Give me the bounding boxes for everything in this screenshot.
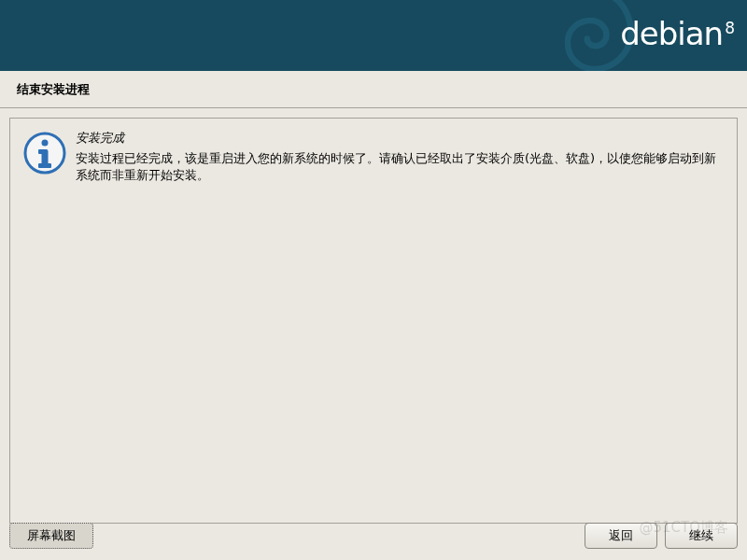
info-icon	[23, 132, 66, 175]
button-bar: 屏幕截图 返回 继续	[9, 523, 738, 549]
continue-button[interactable]: 继续	[665, 523, 738, 549]
message-text: 安装完成 安装过程已经完成，该是重启进入您的新系统的时候了。请确认已经取出了安装…	[76, 130, 724, 184]
screenshot-button[interactable]: 屏幕截图	[9, 523, 93, 549]
svg-point-1	[42, 140, 49, 147]
content-panel: 安装完成 安装过程已经完成，该是重启进入您的新系统的时候了。请确认已经取出了安装…	[9, 118, 738, 524]
message-body: 安装过程已经完成，该是重启进入您的新系统的时候了。请确认已经取出了安装介质(光盘…	[76, 150, 724, 184]
brand-name: debian	[620, 15, 723, 52]
banner: debian8	[0, 0, 747, 71]
message-title: 安装完成	[76, 130, 724, 147]
brand-logo: debian8	[620, 15, 734, 52]
svg-rect-4	[38, 163, 51, 168]
section-title: 结束安装进程	[0, 71, 747, 108]
svg-rect-3	[38, 149, 45, 154]
message-row: 安装完成 安装过程已经完成，该是重启进入您的新系统的时候了。请确认已经取出了安装…	[23, 130, 724, 184]
brand-version: 8	[725, 19, 734, 37]
back-button[interactable]: 返回	[585, 523, 657, 549]
